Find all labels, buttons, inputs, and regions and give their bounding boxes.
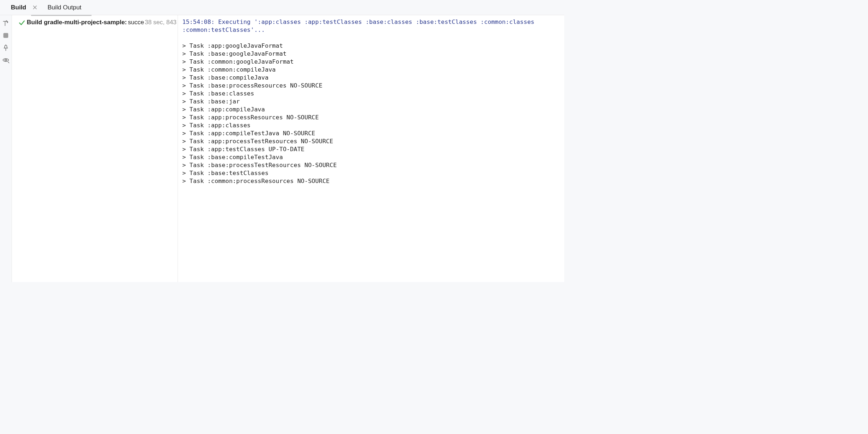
tab-build-output[interactable]: Build Output — [41, 0, 88, 15]
console-task-line: > Task :base:classes — [182, 90, 564, 98]
build-tree-panel: Build gradle-multi-project-sample: succe… — [12, 15, 178, 282]
console-task-line: > Task :app:googleJavaFormat — [182, 42, 564, 50]
console-task-line: > Task :base:processTestResources NO-SOU… — [182, 161, 564, 169]
console-task-line: > Task :app:compileJava — [182, 106, 564, 114]
svg-point-3 — [5, 59, 7, 61]
console-task-line: > Task :common:compileJava — [182, 66, 564, 74]
stop-icon[interactable] — [2, 32, 9, 39]
svg-rect-2 — [4, 33, 8, 38]
eye-icon[interactable] — [2, 56, 9, 64]
console-task-line: > Task :base:googleJavaFormat — [182, 50, 564, 58]
console-task-line: > Task :common:processResources NO-SOURC… — [182, 177, 564, 185]
console-task-line: > Task :base:testClasses — [182, 169, 564, 177]
console-task-line: > Task :app:processTestResources NO-SOUR… — [182, 137, 564, 145]
console-task-line: > Task :app:classes — [182, 122, 564, 129]
tab-active-indicator — [31, 15, 92, 16]
tab-build-label: Build — [11, 4, 26, 11]
success-check-icon — [18, 19, 25, 26]
tab-bar: Build Build Output — [0, 0, 564, 15]
close-icon[interactable] — [32, 5, 38, 10]
console-exec-line: 15:54:08: Executing ':app:classes :app:t… — [182, 18, 564, 34]
console-task-line: > Task :common:googleJavaFormat — [182, 58, 564, 66]
console-task-list: > Task :app:googleJavaFormat> Task :base… — [182, 42, 564, 185]
console-task-line: > Task :base:jar — [182, 98, 564, 106]
hammer-icon[interactable] — [2, 20, 9, 27]
build-duration: 38 sec, 843 ms — [145, 19, 178, 26]
tab-build[interactable]: Build — [4, 0, 33, 15]
tab-build-output-label: Build Output — [48, 4, 82, 11]
console-task-line: > Task :app:processResources NO-SOURCE — [182, 114, 564, 122]
build-root-label: Build gradle-multi-project-sample: — [27, 19, 127, 26]
console-task-line: > Task :base:compileJava — [182, 74, 564, 82]
console-task-line: > Task :base:processResources NO-SOURCE — [182, 82, 564, 90]
build-status: succe — [128, 19, 144, 26]
console-task-line: > Task :app:compileTestJava NO-SOURCE — [182, 129, 564, 137]
console-task-line: > Task :base:compileTestJava — [182, 153, 564, 161]
build-tree-root[interactable]: Build gradle-multi-project-sample: succe… — [18, 19, 178, 26]
tab-close-group — [32, 5, 41, 10]
pin-icon[interactable] — [2, 44, 9, 51]
console-output-panel[interactable]: 15:54:08: Executing ':app:classes :app:t… — [178, 15, 564, 282]
toolbar-sidebar — [0, 15, 12, 282]
console-task-line: > Task :app:testClasses UP-TO-DATE — [182, 145, 564, 153]
